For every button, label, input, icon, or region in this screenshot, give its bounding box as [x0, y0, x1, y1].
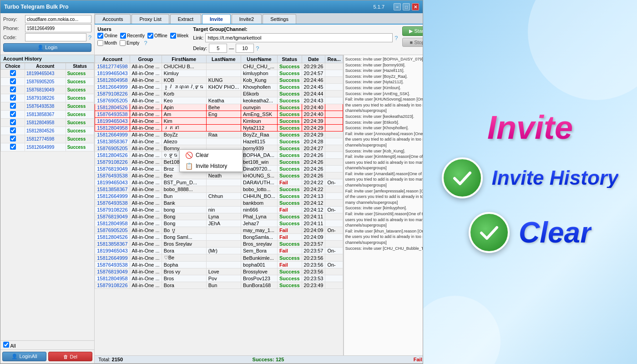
cell-group: All-in-One ...	[130, 77, 162, 84]
stop-button[interactable]: ■ Stop	[402, 38, 423, 47]
row-choice[interactable]	[1, 127, 25, 135]
main-table-container[interactable]: Account Group FirstName LastName UserNam…	[95, 55, 344, 355]
cell-account: 15879108226	[95, 159, 130, 166]
row-status: Success	[66, 78, 94, 86]
cell-reason	[325, 234, 343, 241]
row-choice[interactable]	[1, 70, 25, 78]
row-choice[interactable]	[1, 143, 25, 152]
cell-date: 20:23:49	[302, 282, 325, 289]
cell-lastname	[206, 200, 241, 207]
cell-username: Khovphollen	[241, 84, 277, 91]
th-account: Account	[95, 56, 130, 63]
users-help-icon[interactable]: ?	[144, 40, 147, 46]
row-choice[interactable]	[1, 135, 25, 143]
table-row: 15813858367 All-in-One ... Bros Sreylav …	[95, 241, 343, 248]
cell-group: All-in-One ...	[130, 152, 162, 159]
cell-status: Success	[277, 97, 302, 104]
offline-option[interactable]: Offline	[147, 33, 167, 39]
cell-username: kimluyphon	[241, 70, 277, 77]
cell-date: 20:23:56	[302, 268, 325, 275]
cell-username: CHU_CHU_...	[241, 63, 277, 70]
cell-account: 15876493538	[95, 200, 130, 207]
delay-help-icon[interactable]: ?	[256, 45, 259, 52]
tab-settings[interactable]: Settings	[263, 14, 296, 24]
cell-date: 20:24:40	[302, 111, 325, 118]
invite-history-row: Invite History	[442, 157, 619, 198]
table-row: 15876493538 All-in-One ... Am Eng AmEng_…	[95, 111, 343, 118]
tab-invite2[interactable]: Invite2	[232, 14, 262, 24]
del-button[interactable]: 🗑 Del	[48, 352, 92, 361]
ctx-invite-history[interactable]: 📋 Invite History	[180, 161, 243, 172]
fail-count: Fail: 15	[414, 357, 423, 362]
cell-status: Success	[277, 70, 302, 77]
cell-account: 15876819049	[95, 213, 130, 220]
code-help-icon[interactable]: ?	[88, 34, 91, 41]
tab-invite[interactable]: Invite	[202, 14, 231, 24]
account-row: 15876819049 Success	[1, 86, 94, 94]
cell-firstname: Keo	[162, 97, 206, 104]
row-choice[interactable]	[1, 94, 25, 102]
cell-group: All-in-One ...	[130, 172, 162, 179]
cell-lastname: Keatha	[206, 97, 241, 104]
login-button[interactable]: 👤 Login	[3, 43, 91, 52]
cell-status: Fail	[277, 227, 302, 234]
table-row: 15876819049 All-in-One ... Bong Lyna Pha…	[95, 213, 343, 220]
table-row: 15812804958 All-in-One ... Bong JEhA Jeh…	[95, 220, 343, 227]
ctx-clear[interactable]: 🚫 Clear	[180, 150, 243, 161]
link-help-icon[interactable]: ?	[394, 35, 398, 41]
cell-firstname: Bros vy	[162, 268, 206, 275]
proxy-input[interactable]	[25, 15, 91, 23]
week-option[interactable]: Week	[170, 33, 188, 39]
delay-max-input[interactable]	[236, 44, 254, 53]
status-bar: Total: 2150 Success: 125 Fail: 15	[95, 355, 423, 363]
phone-input[interactable]	[25, 24, 91, 32]
cell-username: Phal_Lyna	[241, 213, 277, 220]
cell-date: 20:24:43	[302, 97, 325, 104]
cell-lastname: Raa	[206, 131, 241, 138]
month-option[interactable]: Month	[97, 40, 117, 46]
cell-account: 15812804958	[95, 275, 130, 282]
row-choice[interactable]	[1, 119, 25, 127]
cell-status: Fail	[277, 234, 302, 241]
all-checkbox[interactable]	[3, 342, 9, 348]
row-choice[interactable]	[1, 78, 25, 86]
online-option[interactable]: Online	[97, 33, 117, 39]
table-row: 15812774598 All-in-One ... CHUCHU B... C…	[95, 63, 343, 70]
tab-accounts[interactable]: Accounts	[95, 14, 131, 24]
row-choice[interactable]	[1, 102, 25, 111]
maximize-button[interactable]: □	[403, 3, 410, 10]
stop-icon: ■	[410, 40, 413, 45]
cell-account: 15813858367	[95, 186, 130, 193]
table-row: 15879108226 All-in-One ... Korb E6korb S…	[95, 91, 343, 97]
close-button[interactable]: ✕	[412, 3, 419, 10]
tab-proxy-list[interactable]: Proxy List	[131, 14, 169, 24]
account-row: 18199465043 Success	[1, 70, 94, 78]
link-input[interactable]	[205, 33, 393, 42]
cell-firstname: Aliezo	[162, 138, 206, 145]
cell-account: 15879108226	[95, 282, 130, 289]
tab-extract[interactable]: Extract	[170, 14, 201, 24]
recently-option[interactable]: Recently	[120, 33, 145, 39]
login-all-button[interactable]: 👤 LoginAll	[2, 352, 46, 361]
cell-date: 20:24:57	[302, 70, 325, 77]
cell-group: All-in-One ...	[130, 111, 162, 118]
cell-account: 18199465043	[95, 248, 130, 254]
start-button[interactable]: ▶ Start	[402, 26, 423, 36]
cell-status: Success	[277, 152, 302, 159]
start-stop-col: ▶ Start ■ Stop	[402, 26, 423, 47]
table-row: 15812804958 All-in-One ... Bros Pov Bros…	[95, 275, 343, 282]
row-choice[interactable]	[1, 86, 25, 94]
row-status: Success	[66, 135, 94, 143]
code-input[interactable]	[25, 33, 86, 41]
cell-status: Success	[277, 145, 302, 152]
account-table: Choice Account Status 18199465043 Succes…	[0, 63, 94, 340]
cell-firstname: ♡Be	[162, 254, 206, 262]
empty-option[interactable]: Empty	[120, 40, 139, 46]
delay-min-input[interactable]	[209, 44, 227, 53]
row-choice[interactable]	[1, 111, 25, 119]
cell-reason: On-	[325, 179, 343, 186]
table-row: 15876905205 All-in-One ... Keo Keatha ke…	[95, 97, 343, 104]
minimize-button[interactable]: –	[394, 3, 401, 10]
table-row: 18199465043 All-in-One ... BST_Pum_D... …	[95, 179, 343, 186]
title-bar: Turbo Telegram Bulk Pro 5.1.7 – □ ✕	[0, 0, 423, 13]
